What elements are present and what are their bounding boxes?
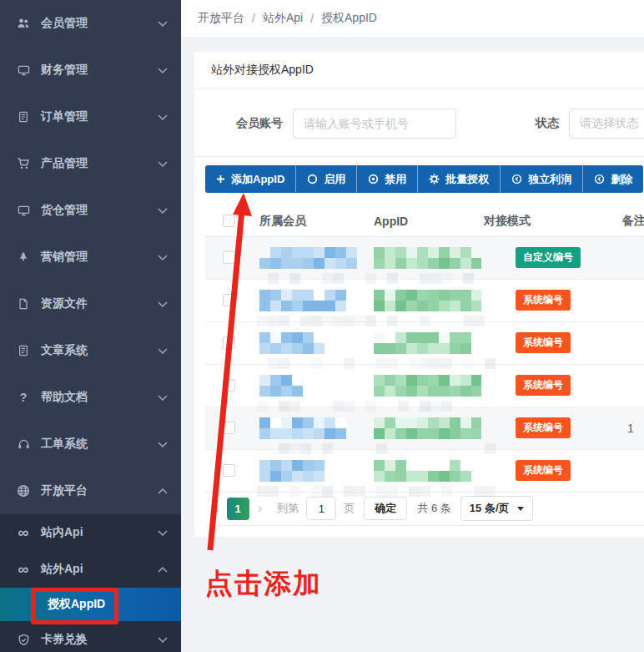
sidebar-item-open-platform[interactable]: 开放平台 xyxy=(0,468,181,514)
sidebar-item-resources[interactable]: 资源文件 xyxy=(0,281,181,327)
table-wrapper: 所属会员 AppID 对接模式 备注 自定义编号 xyxy=(205,206,644,493)
tree-icon xyxy=(15,251,32,263)
globe-icon xyxy=(15,484,32,498)
status-label: 状态 xyxy=(536,116,559,131)
add-appid-button[interactable]: 添加AppID xyxy=(205,165,295,193)
document-icon xyxy=(15,345,32,356)
remark-cell xyxy=(620,321,644,364)
page-size-select[interactable]: 15 条/页 xyxy=(460,496,533,521)
select-all-checkbox[interactable] xyxy=(223,215,235,227)
table-row: 系统编号 xyxy=(205,449,644,492)
mode-tag: 系统编号 xyxy=(516,417,571,438)
row-checkbox[interactable] xyxy=(223,251,235,264)
sidebar-item-external-api[interactable]: ∞ 站外Api xyxy=(0,551,181,588)
sidebar-item-help[interactable]: ? 帮助文档 xyxy=(0,374,181,421)
redacted-appid-cell xyxy=(374,290,481,311)
pagination: ‹ 1 › 到第 页 确定 共 6 条 15 条/页 xyxy=(205,493,644,526)
breadcrumb-separator: / xyxy=(310,12,314,25)
remark-cell: 1 xyxy=(620,407,644,449)
breadcrumb-item-current: 授权AppID xyxy=(321,11,377,26)
button-label: 启用 xyxy=(324,172,345,187)
goto-page-input[interactable] xyxy=(306,497,336,520)
table-row: 自定义编号 xyxy=(205,236,644,279)
goto-label: 到第 xyxy=(277,501,299,516)
breadcrumb-item[interactable]: 开放平台 xyxy=(198,11,244,26)
redacted-appid-cell xyxy=(374,332,471,354)
appid-table: 所属会员 AppID 对接模式 备注 自定义编号 xyxy=(205,206,644,493)
sidebar-item-internal-api[interactable]: ∞ 站内Api xyxy=(0,514,181,551)
breadcrumb-item[interactable]: 站外Api xyxy=(263,11,303,26)
sidebar-item-label: 资源文件 xyxy=(41,296,88,311)
sidebar-item-label: 产品管理 xyxy=(41,156,88,171)
sidebar-item-card-redeem[interactable]: 卡券兑换 xyxy=(0,621,181,652)
account-input[interactable] xyxy=(293,109,456,139)
sidebar-item-products[interactable]: 产品管理 xyxy=(0,140,181,187)
disable-button[interactable]: 禁用 xyxy=(356,165,417,193)
breadcrumb: 开放平台 / 站外Api / 授权AppID xyxy=(181,0,644,37)
chevron-down-icon xyxy=(158,442,168,447)
current-page-button[interactable]: 1 xyxy=(227,498,249,520)
next-page-button[interactable]: › xyxy=(253,500,268,517)
sidebar-item-members[interactable]: 会员管理 xyxy=(0,0,181,47)
mode-tag: 系统编号 xyxy=(516,460,571,481)
chevron-down-icon xyxy=(158,208,168,214)
row-checkbox[interactable] xyxy=(223,336,235,349)
chevron-down-icon xyxy=(158,348,168,354)
mode-tag: 自定义编号 xyxy=(516,247,581,268)
sidebar-item-orders[interactable]: 订单管理 xyxy=(0,94,181,140)
file-icon xyxy=(15,298,32,310)
sidebar-item-label: 文章系统 xyxy=(41,343,88,358)
delete-button[interactable]: 删除 xyxy=(582,165,643,193)
redacted-member-cell xyxy=(259,290,346,311)
table-area: 添加AppID 启用 禁用 批量授权 xyxy=(194,157,644,526)
chevron-down-icon xyxy=(158,21,168,27)
sidebar-item-finance[interactable]: 财务管理 xyxy=(0,47,181,94)
table-row: 系统编号 1 xyxy=(205,407,644,449)
row-checkbox[interactable] xyxy=(223,422,235,434)
sidebar-item-label: 卡券兑换 xyxy=(41,632,88,647)
mode-tag: 系统编号 xyxy=(516,375,571,396)
total-count-label: 共 6 条 xyxy=(417,501,450,516)
sidebar-item-label: 营销管理 xyxy=(41,250,88,265)
question-icon: ? xyxy=(15,391,32,404)
enable-button[interactable]: 启用 xyxy=(295,165,356,193)
sidebar-item-label: 开放平台 xyxy=(41,483,88,498)
sidebar-item-marketing[interactable]: 营销管理 xyxy=(0,234,181,281)
sidebar-item-tickets[interactable]: 工单系统 xyxy=(0,421,181,468)
button-label: 禁用 xyxy=(385,172,406,187)
sidebar-item-label: 授权AppID xyxy=(48,597,105,612)
dot-circle-icon xyxy=(368,174,379,184)
status-group: 状态 请选择状态 xyxy=(536,109,644,139)
redacted-appid-cell xyxy=(374,247,481,269)
sidebar-item-authorize-appid-active[interactable]: 授权AppID xyxy=(0,588,181,621)
batch-authorize-button[interactable]: 批量授权 xyxy=(417,165,500,193)
sidebar-item-articles[interactable]: 文章系统 xyxy=(0,327,181,374)
sidebar-item-label: 站外Api xyxy=(41,562,83,577)
redacted-member-cell xyxy=(259,247,357,269)
table-row: 系统编号 xyxy=(205,364,644,407)
table-row: 系统编号 xyxy=(205,279,644,321)
sidebar-item-label: 财务管理 xyxy=(41,63,88,78)
confirm-button[interactable]: 确定 xyxy=(364,497,407,520)
row-checkbox[interactable] xyxy=(223,379,235,392)
caret-down-icon xyxy=(517,507,524,511)
redacted-member-cell xyxy=(259,460,325,482)
remark-cell xyxy=(620,449,644,492)
sidebar: 会员管理 财务管理 订单管理 产品管理 货仓管理 营销管理 xyxy=(0,0,181,652)
independent-profit-button[interactable]: 独立利润 xyxy=(500,165,582,193)
breadcrumb-separator: / xyxy=(252,12,255,25)
column-header-member: 所属会员 xyxy=(257,206,371,236)
status-select[interactable]: 请选择状态 xyxy=(569,109,644,139)
toolbar: 添加AppID 启用 禁用 批量授权 xyxy=(205,165,643,193)
sidebar-item-label: 站内Api xyxy=(41,525,83,540)
row-checkbox[interactable] xyxy=(223,294,235,306)
link-icon: ∞ xyxy=(15,565,32,574)
headset-icon xyxy=(15,438,32,451)
sidebar-item-warehouse[interactable]: 货仓管理 xyxy=(0,187,181,234)
prev-page-button[interactable]: ‹ xyxy=(209,500,224,517)
row-checkbox[interactable] xyxy=(223,464,235,477)
chevron-down-icon xyxy=(158,68,168,73)
button-label: 添加AppID xyxy=(231,172,284,187)
remark-cell xyxy=(620,236,644,279)
button-label: 独立利润 xyxy=(528,172,571,187)
